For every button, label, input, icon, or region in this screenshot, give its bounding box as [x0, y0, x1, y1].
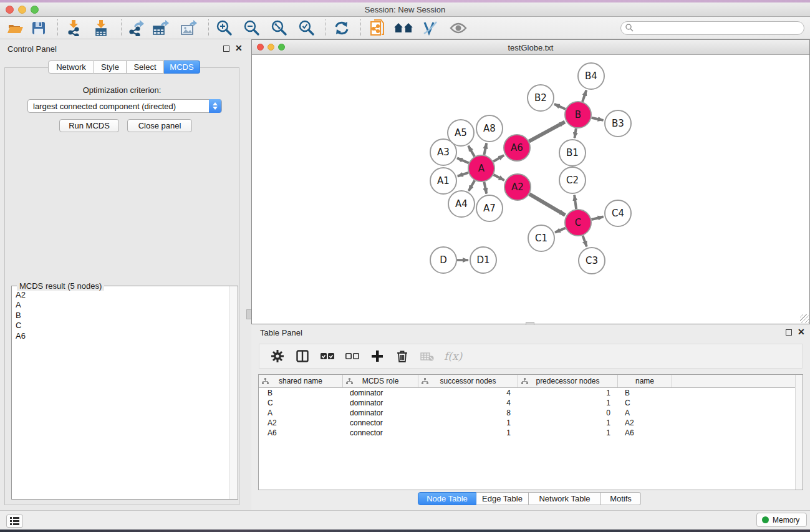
column-header-name[interactable]: name — [618, 375, 672, 387]
table-cell[interactable]: dominator — [343, 408, 418, 418]
mcds-result-item[interactable]: A2 — [16, 290, 229, 300]
graph-node-A1[interactable]: A1 — [430, 168, 456, 194]
zoom-out-button[interactable] — [239, 18, 264, 38]
graph-edge-B-B3[interactable] — [591, 118, 603, 120]
table-cell[interactable]: 4 — [418, 388, 518, 398]
graph-node-B1[interactable]: B1 — [559, 140, 586, 166]
mcds-result-list[interactable]: A2ABCA6 — [12, 286, 229, 499]
zoom-in-button[interactable] — [212, 18, 237, 38]
hide-graphics-details-button[interactable] — [418, 18, 443, 38]
tab-mcds[interactable]: MCDS — [164, 60, 200, 74]
graph-edge-C-C2[interactable] — [574, 195, 576, 209]
open-session-button[interactable] — [2, 18, 27, 38]
unselect-all-columns-button[interactable] — [344, 347, 360, 365]
tab-edge-table[interactable]: Edge Table — [476, 492, 529, 505]
function-builder-icon[interactable]: f(x) — [444, 350, 462, 362]
mcds-result-item[interactable]: C — [16, 321, 229, 331]
table-cell[interactable]: connector — [343, 428, 418, 438]
table-cell[interactable]: dominator — [343, 388, 418, 398]
float-table-panel-icon[interactable] — [786, 329, 792, 336]
import-table-button[interactable] — [89, 18, 113, 38]
tab-select[interactable]: Select — [127, 60, 164, 74]
graph-node-B2[interactable]: B2 — [528, 85, 554, 111]
tab-network[interactable]: Network — [48, 60, 94, 74]
table-cell[interactable]: A2 — [618, 418, 672, 428]
close-panel-button[interactable]: Close panel — [127, 119, 192, 132]
window-resize-grip[interactable] — [800, 314, 809, 323]
table-cell[interactable]: C — [618, 398, 672, 408]
tab-motifs[interactable]: Motifs — [601, 492, 641, 505]
graph-node-A2[interactable]: A2 — [504, 174, 531, 200]
graph-node-C1[interactable]: C1 — [528, 225, 554, 251]
delete-table-button[interactable] — [419, 347, 435, 365]
save-session-button[interactable] — [26, 18, 51, 38]
network-canvas[interactable]: AA1A2A3A4A5A6A7A8BB1B2B3B4CC1C2C3C4DD1 — [252, 55, 809, 324]
column-header-MCDS-role[interactable]: MCDS role — [343, 375, 418, 387]
tab-style[interactable]: Style — [94, 60, 127, 74]
graph-edge-C-C4[interactable] — [591, 216, 603, 220]
table-options-button[interactable] — [269, 347, 286, 365]
close-table-panel-icon[interactable]: ✕ — [798, 329, 805, 335]
memory-button[interactable]: Memory — [756, 513, 807, 527]
show-eye-button[interactable] — [446, 18, 471, 38]
select-all-columns-button[interactable] — [319, 347, 335, 365]
table-cell[interactable]: 4 — [418, 398, 518, 408]
mcds-list-scrollbar[interactable] — [229, 286, 238, 499]
import-network-button[interactable] — [61, 18, 86, 38]
graph-edge-A-A7[interactable] — [484, 182, 486, 194]
graph-node-A8[interactable]: A8 — [476, 115, 503, 142]
zoom-selected-button[interactable] — [294, 18, 319, 38]
delete-columns-button[interactable] — [394, 347, 410, 365]
tab-network-table[interactable]: Network Table — [529, 492, 601, 505]
search-input[interactable] — [620, 21, 804, 35]
graph-node-B[interactable]: B — [565, 102, 591, 128]
table-cell[interactable]: 0 — [518, 408, 618, 418]
criterion-select[interactable]: largest connected component (directed) — [27, 99, 222, 113]
table-cell[interactable]: 8 — [418, 408, 518, 418]
graph-edge-A-A1[interactable] — [458, 173, 468, 177]
graph-edge-A-A4[interactable] — [469, 180, 475, 191]
table-cell[interactable]: 1 — [518, 388, 618, 398]
first-neighbors-button[interactable] — [391, 18, 416, 38]
table-cell[interactable]: 1 — [418, 418, 518, 428]
mcds-result-item[interactable]: A6 — [16, 331, 229, 341]
graph-node-D[interactable]: D — [430, 247, 456, 273]
graph-node-A6[interactable]: A6 — [504, 135, 530, 161]
graph-edge-C-C3[interactable] — [582, 236, 586, 247]
table-cell[interactable]: 1 — [518, 418, 618, 428]
create-column-button[interactable] — [369, 347, 385, 365]
graph-node-A[interactable]: A — [468, 155, 494, 181]
table-cell[interactable]: connector — [343, 418, 418, 428]
table-cell[interactable]: A6 — [618, 428, 672, 438]
graph-node-C3[interactable]: C3 — [579, 248, 605, 274]
graph-edge-A-A5[interactable] — [468, 146, 475, 157]
export-table-button[interactable] — [148, 18, 173, 38]
graph-edge-A6-B[interactable] — [529, 122, 565, 141]
graph-node-A5[interactable]: A5 — [448, 120, 474, 146]
graph-node-A4[interactable]: A4 — [448, 191, 475, 217]
table-cell[interactable]: A — [259, 408, 343, 418]
graph-edge-C-C1[interactable] — [555, 228, 566, 233]
task-history-button[interactable] — [6, 515, 23, 528]
table-cell[interactable]: 1 — [518, 398, 618, 408]
mcds-result-item[interactable]: B — [16, 311, 229, 321]
graph-edge-A-A8[interactable] — [484, 143, 486, 155]
graph-node-B3[interactable]: B3 — [605, 110, 631, 137]
table-cell[interactable]: A2 — [259, 418, 343, 428]
table-cell[interactable]: dominator — [343, 398, 418, 408]
run-mcds-button[interactable]: Run MCDS — [59, 119, 119, 132]
table-cell[interactable]: A6 — [259, 428, 343, 438]
graph-node-A7[interactable]: A7 — [476, 195, 503, 221]
graph-node-D1[interactable]: D1 — [470, 247, 496, 273]
graph-node-C[interactable]: C — [565, 210, 591, 236]
float-panel-icon[interactable] — [223, 46, 229, 52]
table-cell[interactable]: 1 — [518, 428, 618, 438]
network-window-titlebar[interactable]: testGlobe.txt — [252, 40, 809, 55]
graph-edge-A-A3[interactable] — [457, 158, 469, 163]
graph-node-B4[interactable]: B4 — [578, 63, 604, 89]
graph-edge-A-A6[interactable] — [493, 155, 504, 162]
graph-edge-B-B2[interactable] — [554, 104, 566, 109]
zoom-fit-button[interactable] — [267, 18, 292, 38]
graph-node-C4[interactable]: C4 — [605, 200, 631, 226]
graph-node-C2[interactable]: C2 — [559, 167, 586, 193]
